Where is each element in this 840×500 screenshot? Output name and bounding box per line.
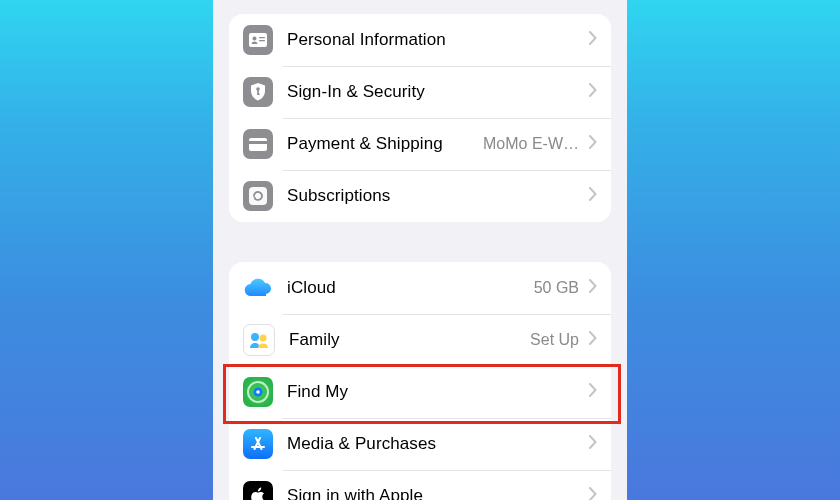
chevron-right-icon [589,331,597,349]
row-label: Media & Purchases [287,434,579,454]
row-find-my[interactable]: Find My [229,366,611,418]
row-label: iCloud [287,278,526,298]
chevron-right-icon [589,83,597,101]
account-group: Personal Information Sign-In & Security … [229,14,611,222]
id-card-icon [243,25,273,55]
apple-logo-icon [243,481,273,500]
shield-key-icon [243,77,273,107]
row-label: Sign-In & Security [287,82,579,102]
row-payment-shipping[interactable]: Payment & Shipping MoMo E-W… [229,118,611,170]
services-group: iCloud 50 GB Family Set Up Find My [229,262,611,500]
svg-rect-10 [249,187,267,205]
credit-card-icon [243,129,273,159]
row-label: Payment & Shipping [287,134,475,154]
find-my-icon [243,377,273,407]
chevron-right-icon [589,487,597,500]
svg-rect-4 [259,40,265,41]
row-detail: MoMo E-W… [483,135,579,153]
row-detail: Set Up [530,331,579,349]
svg-rect-3 [259,37,265,38]
chevron-right-icon [589,135,597,153]
row-subscriptions[interactable]: Subscriptions [229,170,611,222]
row-label: Find My [287,382,579,402]
svg-rect-8 [249,138,267,151]
row-personal-information[interactable]: Personal Information [229,14,611,66]
svg-point-15 [256,390,260,394]
subscriptions-icon [243,181,273,211]
chevron-right-icon [589,187,597,205]
family-icon [243,324,275,356]
row-label: Personal Information [287,30,579,50]
chevron-right-icon [589,383,597,401]
row-detail: 50 GB [534,279,579,297]
svg-point-12 [260,335,267,342]
settings-apple-id-screen: Personal Information Sign-In & Security … [213,0,627,500]
row-label: Family [289,330,522,350]
svg-point-11 [251,333,259,341]
row-label: Subscriptions [287,186,579,206]
row-label: Sign in with Apple [287,486,579,500]
row-media-purchases[interactable]: Media & Purchases [229,418,611,470]
svg-point-2 [253,37,257,41]
svg-rect-9 [249,141,267,144]
chevron-right-icon [589,279,597,297]
row-signin-security[interactable]: Sign-In & Security [229,66,611,118]
row-sign-in-with-apple[interactable]: Sign in with Apple [229,470,611,500]
svg-rect-7 [257,94,260,95]
row-icloud[interactable]: iCloud 50 GB [229,262,611,314]
chevron-right-icon [589,435,597,453]
app-store-icon [243,429,273,459]
icloud-icon [243,273,273,303]
chevron-right-icon [589,31,597,49]
row-family[interactable]: Family Set Up [229,314,611,366]
